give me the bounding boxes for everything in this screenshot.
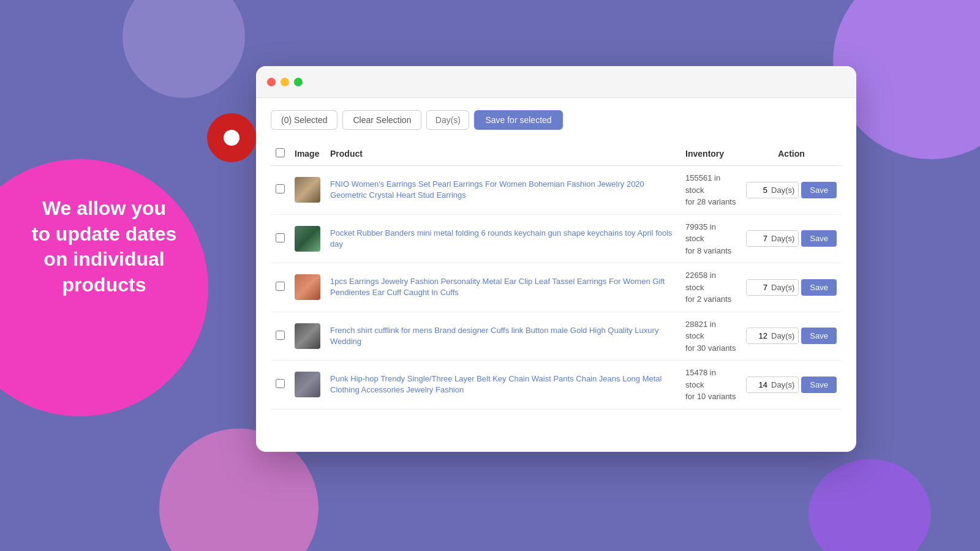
select-all-checkbox[interactable] xyxy=(276,148,285,157)
product-link-5[interactable]: Punk Hip-hop Trendy Single/Three Layer B… xyxy=(330,374,662,394)
product-link-2[interactable]: Pocket Rubber Banders mini metal folding… xyxy=(330,228,673,249)
table-header-row: Image Product Inventory Action xyxy=(271,142,842,166)
traffic-light-green[interactable] xyxy=(294,78,303,86)
traffic-light-yellow[interactable] xyxy=(281,78,289,86)
header-image: Image xyxy=(290,142,325,166)
row-checkbox-4[interactable] xyxy=(276,331,285,340)
row-action-cell: Day(s) Save xyxy=(741,312,842,361)
inventory-count: 155561 in stockfor 28 variants xyxy=(685,172,736,208)
row-image-cell xyxy=(290,214,325,263)
days-combined-input: Day(s) xyxy=(746,279,799,296)
browser-titlebar xyxy=(256,66,856,98)
days-input-4[interactable] xyxy=(747,328,770,343)
inventory-count: 22658 in stockfor 2 variants xyxy=(685,269,736,305)
action-container: Day(s) Save xyxy=(746,377,837,393)
row-inventory-cell: 22658 in stockfor 2 variants xyxy=(680,263,741,312)
row-checkbox-cell xyxy=(271,214,290,263)
days-label-5: Day(s) xyxy=(770,377,798,392)
row-image-cell xyxy=(290,312,325,361)
row-checkbox-5[interactable] xyxy=(276,379,285,388)
row-checkbox-cell xyxy=(271,312,290,361)
header-checkbox-cell xyxy=(271,142,290,166)
row-inventory-cell: 28821 in stockfor 30 variants xyxy=(680,312,741,361)
header-inventory: Inventory xyxy=(680,142,741,166)
days-input-2[interactable] xyxy=(747,231,770,246)
table-row: 1pcs Earrings Jewelry Fashion Personalit… xyxy=(271,263,842,312)
product-link-4[interactable]: French shirt cufflink for mens Brand des… xyxy=(330,326,658,346)
row-inventory-cell: 155561 in stockfor 28 variants xyxy=(680,166,741,215)
inventory-count: 28821 in stockfor 30 variants xyxy=(685,318,736,354)
days-combined-input: Day(s) xyxy=(746,230,799,247)
browser-content: (0) Selected Clear Selection Save for se… xyxy=(256,98,856,422)
selected-button[interactable]: (0) Selected xyxy=(271,110,337,130)
save-button-4[interactable]: Save xyxy=(801,328,837,344)
inventory-count: 15478 in stockfor 10 variants xyxy=(685,367,736,403)
row-checkbox-cell xyxy=(271,166,290,215)
days-input-3[interactable] xyxy=(747,280,770,295)
row-product-cell: French shirt cufflink for mens Brand des… xyxy=(325,312,680,361)
save-button-1[interactable]: Save xyxy=(801,182,837,198)
action-container: Day(s) Save xyxy=(746,328,837,344)
days-label-1: Day(s) xyxy=(770,182,798,198)
record-button-inner xyxy=(224,130,239,146)
product-image xyxy=(295,372,320,397)
save-for-selected-button[interactable]: Save for selected xyxy=(474,110,562,130)
days-input-5[interactable] xyxy=(747,377,770,392)
record-button[interactable] xyxy=(207,113,256,162)
row-action-cell: Day(s) Save xyxy=(741,166,842,215)
action-container: Day(s) Save xyxy=(746,279,837,296)
table-row: French shirt cufflink for mens Brand des… xyxy=(271,312,842,361)
header-action: Action xyxy=(741,142,842,166)
row-action-cell: Day(s) Save xyxy=(741,214,842,263)
days-combined-input: Day(s) xyxy=(746,377,799,393)
days-combined-input: Day(s) xyxy=(746,182,799,198)
days-label-3: Day(s) xyxy=(770,280,798,295)
action-container: Day(s) Save xyxy=(746,182,837,198)
days-label-2: Day(s) xyxy=(770,231,798,246)
inventory-count: 79935 in stockfor 8 variants xyxy=(685,221,736,257)
left-promotional-text: We allow you to update dates on individu… xyxy=(12,196,196,298)
action-container: Day(s) Save xyxy=(746,230,837,247)
row-product-cell: Pocket Rubber Banders mini metal folding… xyxy=(325,214,680,263)
row-image-cell xyxy=(290,361,325,410)
days-combined-input: Day(s) xyxy=(746,328,799,344)
product-link-1[interactable]: FNIO Women's Earrings Set Pearl Earrings… xyxy=(330,179,644,200)
row-action-cell: Day(s) Save xyxy=(741,263,842,312)
row-product-cell: FNIO Women's Earrings Set Pearl Earrings… xyxy=(325,166,680,215)
days-input-1[interactable] xyxy=(747,182,770,198)
days-label-4: Day(s) xyxy=(770,328,798,343)
traffic-light-red[interactable] xyxy=(267,78,276,86)
row-image-cell xyxy=(290,166,325,215)
row-product-cell: 1pcs Earrings Jewelry Fashion Personalit… xyxy=(325,263,680,312)
bg-decoration-bottomright xyxy=(809,459,931,551)
row-image-cell xyxy=(290,263,325,312)
row-checkbox-1[interactable] xyxy=(276,184,285,193)
row-checkbox-cell xyxy=(271,263,290,312)
row-product-cell: Punk Hip-hop Trendy Single/Three Layer B… xyxy=(325,361,680,410)
browser-window: (0) Selected Clear Selection Save for se… xyxy=(256,66,856,452)
save-button-5[interactable]: Save xyxy=(801,377,837,393)
row-inventory-cell: 79935 in stockfor 8 variants xyxy=(680,214,741,263)
save-button-3[interactable]: Save xyxy=(801,279,837,296)
table-row: FNIO Women's Earrings Set Pearl Earrings… xyxy=(271,166,842,215)
table-row: Pocket Rubber Banders mini metal folding… xyxy=(271,214,842,263)
toolbar: (0) Selected Clear Selection Save for se… xyxy=(271,110,842,130)
row-inventory-cell: 15478 in stockfor 10 variants xyxy=(680,361,741,410)
clear-selection-button[interactable]: Clear Selection xyxy=(342,110,421,130)
product-image xyxy=(295,323,320,349)
product-link-3[interactable]: 1pcs Earrings Jewelry Fashion Personalit… xyxy=(330,277,665,297)
product-table: Image Product Inventory Action FNIO Wome… xyxy=(271,142,842,410)
product-image xyxy=(295,226,320,252)
row-checkbox-2[interactable] xyxy=(276,233,285,242)
row-action-cell: Day(s) Save xyxy=(741,361,842,410)
days-toolbar-input[interactable] xyxy=(426,110,469,130)
save-button-2[interactable]: Save xyxy=(801,230,837,247)
row-checkbox-cell xyxy=(271,361,290,410)
table-row: Punk Hip-hop Trendy Single/Three Layer B… xyxy=(271,361,842,410)
bg-decoration-topleft xyxy=(123,0,245,98)
header-product: Product xyxy=(325,142,680,166)
product-image xyxy=(295,274,320,300)
product-image xyxy=(295,177,320,203)
row-checkbox-3[interactable] xyxy=(276,282,285,291)
